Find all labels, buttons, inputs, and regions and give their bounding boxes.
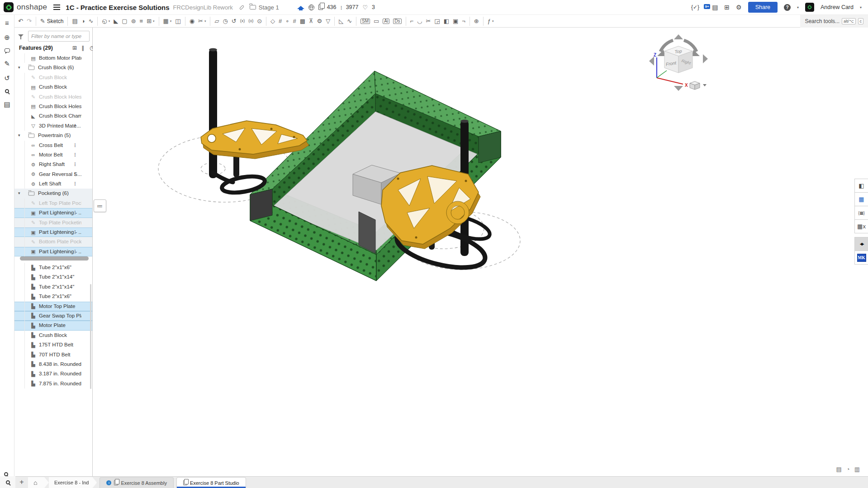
feature-item-crush-block[interactable]: ▾ ✎ Crush Block ⁝ (14, 73, 92, 82)
suppress-dots-icon[interactable]: ⁝ (74, 123, 76, 129)
variables-panel-button[interactable]: ▦x (854, 219, 868, 233)
custom-tables-panel-button[interactable]: {▦} (854, 206, 868, 220)
feature-item-part-lightening[interactable]: ▾ ▣ Part Lightening - ... ⁝ (14, 247, 92, 256)
move-face-tool[interactable]: ⊞▾ (145, 16, 156, 27)
group-caret-icon[interactable]: ▾ (18, 191, 20, 195)
tab-search-button[interactable] (0, 476, 15, 488)
follow-icon[interactable] (5, 89, 9, 93)
features-scrollbar[interactable] (20, 256, 89, 261)
frame-tool[interactable]: # (277, 16, 284, 27)
feature-item-crush-block-holes[interactable]: ▾ ▤ Crush Block Holes ⁝ (14, 102, 92, 111)
drawing-standard-tool[interactable]: Ds (391, 16, 403, 27)
help-button[interactable]: ? (784, 4, 791, 11)
ai-advisor-tool[interactable]: Ai (381, 16, 391, 27)
notes-icon[interactable]: ✎ (4, 60, 10, 67)
hole-tool[interactable]: ⊚ (129, 16, 138, 27)
part-item-7-875-in-rounded-hex[interactable]: ▙ 7.875 in. Rounded Hex ... (14, 379, 92, 389)
undo-tool[interactable]: ↶ (16, 16, 25, 27)
feature-item-crush-block-chamfer[interactable]: ▾ ◣ Crush Block Chamfer ⁝ (14, 111, 92, 121)
tab-exercise-8-assembly[interactable]: i Exercise 8 Assembly (100, 477, 173, 488)
likes-icon[interactable]: ♡ (362, 4, 368, 11)
part-item-tube-2-x1-x14[interactable]: ▙ Tube 2"x1"x14" (14, 272, 92, 282)
filter-icon[interactable] (18, 35, 24, 38)
new-folder-icon[interactable]: ⊞ (72, 45, 77, 51)
mkcad-plugin-button[interactable]: MK (854, 251, 868, 265)
part-item-3-187-in-rounded-hex[interactable]: ▙ 3.187 in. Rounded Hex ... (14, 369, 92, 379)
suppress-dots-icon[interactable]: ⁝ (74, 248, 76, 255)
feature-group-powertrain-5[interactable]: ▾ Powertrain (5) ⁝ (14, 131, 92, 140)
featurescript-status-icon[interactable]: {✓} (691, 4, 699, 10)
center-mark-tool[interactable]: ⊕ (472, 16, 481, 27)
device-icon[interactable]: ▤ (836, 466, 842, 473)
gear-tool[interactable]: ⚙ (315, 16, 324, 27)
redo-tool[interactable]: ↷ (25, 16, 33, 27)
group-caret-icon[interactable]: ▾ (18, 133, 20, 137)
sweep-tool[interactable]: ∿ (87, 16, 95, 27)
shell-tool[interactable]: ▢ (120, 16, 129, 27)
suppress-dots-icon[interactable]: ⁝ (74, 171, 76, 177)
stats-icon[interactable]: ▥ (854, 466, 860, 473)
point-tool[interactable]: ∘ (284, 16, 291, 27)
part-item-motor-plate[interactable]: ▙ Motor Plate (14, 321, 92, 330)
revolve-tool[interactable]: ◑ (80, 16, 87, 27)
route-tool[interactable]: ¬ (460, 16, 467, 27)
document-panel-icon[interactable]: ≡ (5, 19, 9, 26)
timer-icon[interactable]: ◔ (846, 466, 850, 473)
onshape-logo-icon[interactable] (4, 2, 14, 12)
feature-item-left-shaft[interactable]: ▾ ⚙ Left Shaft ⁝ (14, 179, 92, 189)
tab-exercise-8-part-studio[interactable]: Exercise 8 Part Studio (176, 477, 246, 488)
home-tab[interactable]: ⌂ (28, 477, 49, 488)
variable-studio-tool[interactable]: (o) (247, 16, 255, 27)
user-menu-caret-icon[interactable]: ▾ (860, 5, 862, 9)
curve-tool[interactable]: ∿ (345, 16, 354, 27)
view-search-icon[interactable] (4, 472, 8, 476)
gusset-tool[interactable]: ◧ (442, 16, 451, 27)
configurations-panel-button[interactable]: ▦ (854, 192, 868, 206)
linear-pattern-tool[interactable]: ▦▾ (161, 16, 174, 27)
feature-item-part-lightening[interactable]: ▾ ▣ Part Lightening - ... ⁝ (14, 208, 92, 218)
suppress-dots-icon[interactable]: ⁝ (74, 229, 76, 235)
suppress-rollback-icon[interactable]: ∥ (81, 45, 84, 51)
filter-input[interactable] (28, 31, 90, 42)
variable-tool[interactable]: (x) (238, 16, 247, 27)
suppress-dots-icon[interactable]: ⁝ (74, 161, 76, 167)
split-tool[interactable]: ✂▾ (196, 16, 208, 27)
group-caret-icon[interactable]: ▾ (18, 65, 20, 70)
transform-tool[interactable]: ↺ (230, 16, 238, 27)
texture-tool[interactable]: ▩ (298, 16, 307, 27)
feature-item-crush-block-holes[interactable]: ▾ ✎ Crush Block Holes ⁝ (14, 92, 92, 102)
history-icon[interactable]: ↺ (4, 75, 10, 81)
part-item-tube-2-x1-x6[interactable]: ▙ Tube 2"x1"x6" (14, 292, 92, 301)
view-cube[interactable]: Top Front Right Z X (647, 33, 710, 94)
feature-item-right-shaft[interactable]: ▾ ⚙ Right Shaft ⁝ (14, 160, 92, 169)
app-store-icon[interactable]: ⊞ (724, 4, 730, 10)
drawing-check-tool[interactable]: ▣ (451, 16, 460, 27)
new-tab-button[interactable]: + (15, 476, 28, 488)
feature-item-bottom-plate-pocketing[interactable]: ▾ ✎ Bottom Plate Pocketing... ⁝ (14, 237, 92, 246)
part-item-tube-2-x1-x14[interactable]: ▙ Tube 2"x1"x14" (14, 282, 92, 292)
feature-item-3d-printed-mate[interactable]: ▾ ▽ 3D Printed Mate... ⁝ (14, 121, 92, 131)
part-item-motor-top-plate[interactable]: ▙ Motor Top Plate (14, 302, 92, 311)
suppress-dots-icon[interactable]: ⁝ (74, 142, 76, 148)
filter-tool-tool[interactable]: ▽ (324, 16, 332, 27)
feature-item-top-plate-pocketing-sk[interactable]: ▾ ✎ Top Plate Pocketing Sk... ⁝ (14, 218, 92, 227)
sketch-tool[interactable]: ✎Sketch (38, 16, 66, 27)
part-item-8-438-in-rounded-hex[interactable]: ▙ 8.438 in. Rounded Hex ... (14, 360, 92, 369)
frame-trim-tool[interactable]: # (291, 16, 298, 27)
corner-tool[interactable]: ◲ (432, 16, 441, 27)
tab-cut-tool[interactable]: ✂ (424, 16, 432, 27)
part-item-tube-2-x1-x6[interactable]: ▙ Tube 2"x1"x6" (14, 263, 92, 272)
helix-tool[interactable]: ◷ (221, 16, 229, 27)
graphics-viewport[interactable]: Top Front Right Z X ≔ ▤◔▥ (93, 28, 868, 476)
extrude-tool[interactable]: ▤ (70, 16, 79, 27)
appearance-panel-button[interactable]: ◧ (854, 179, 868, 193)
mate-connector-tool[interactable]: ⊙ (255, 16, 264, 27)
tab-exercise-8-ind[interactable]: Exercise 8 - Ind (49, 477, 97, 488)
feature-item-motor-belt[interactable]: ▾ ∞ Motor Belt ⁝ (14, 150, 92, 160)
plane-tool[interactable]: ▱ (213, 16, 221, 27)
suppress-dots-icon[interactable]: ⁝ (74, 180, 76, 187)
draft-analysis-tool[interactable]: ◺ (337, 16, 345, 27)
featurescript-tool[interactable]: ƒ▾ (486, 16, 496, 27)
boolean-tool[interactable]: ◉ (188, 16, 196, 27)
butterfly-plugin-button[interactable]: ◀▶ (854, 237, 868, 251)
